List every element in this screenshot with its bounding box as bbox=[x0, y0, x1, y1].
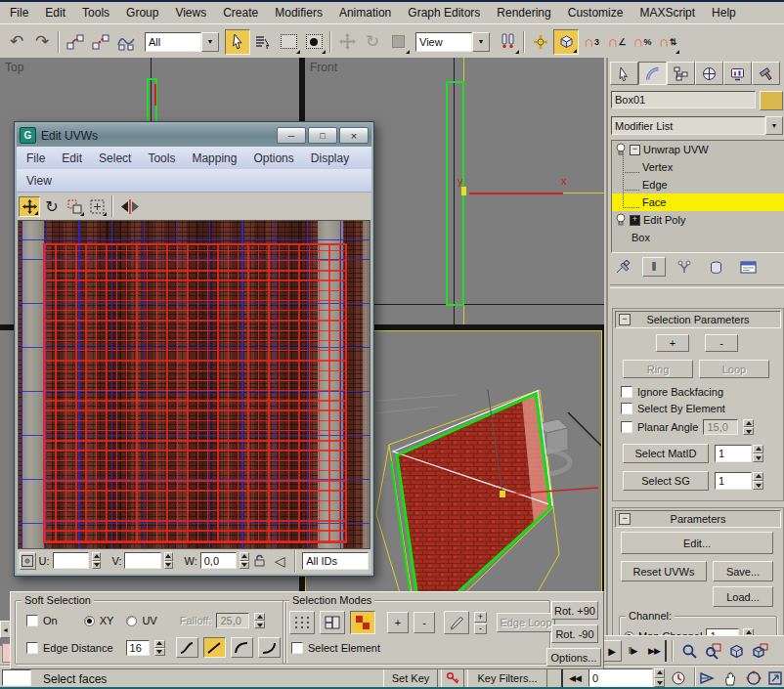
w-field[interactable]: 0,0 bbox=[200, 552, 237, 569]
go-to-end-icon[interactable]: ▶▶ bbox=[643, 640, 667, 662]
matid-field[interactable]: 1 bbox=[715, 445, 752, 462]
uv-move-button[interactable] bbox=[19, 196, 40, 217]
dlg-menu-mapping[interactable]: Mapping bbox=[192, 151, 237, 165]
maximize-icon[interactable]: □ bbox=[308, 127, 337, 144]
selected-uv-faces-grid[interactable] bbox=[43, 243, 347, 543]
menu-customize[interactable]: Customize bbox=[568, 6, 624, 20]
window-crossing-icon[interactable] bbox=[301, 29, 327, 55]
key-filters-button[interactable]: Key Filters... bbox=[467, 668, 547, 688]
dlg-menu-edit[interactable]: Edit bbox=[62, 151, 82, 165]
vertex-mode-button[interactable] bbox=[289, 611, 315, 634]
stack-row-face-selected[interactable]: Face bbox=[612, 194, 784, 211]
current-frame-field[interactable]: 0 bbox=[588, 668, 653, 687]
u-field[interactable] bbox=[53, 552, 89, 569]
all-ids-dropdown[interactable]: All IDs bbox=[302, 552, 369, 570]
next-frame-icon[interactable]: ‖▶ bbox=[624, 640, 641, 662]
set-key-button[interactable]: Set Key bbox=[383, 668, 438, 688]
planar-angle-checkbox[interactable] bbox=[621, 421, 632, 433]
dlg-menu-file[interactable]: File bbox=[26, 151, 45, 165]
zoom-extents-icon[interactable] bbox=[725, 641, 747, 661]
menu-rendering[interactable]: Rendering bbox=[497, 6, 550, 20]
sg-field[interactable]: 1 bbox=[715, 472, 752, 490]
spinner-snap-icon[interactable]: ∩⇅ bbox=[655, 29, 680, 55]
zoom-all-icon[interactable] bbox=[702, 641, 723, 661]
rollout-collapse-icon[interactable]: − bbox=[619, 314, 631, 325]
shrink-selection-button[interactable]: - bbox=[705, 334, 738, 352]
snaps-toggle-button[interactable] bbox=[553, 29, 579, 55]
paint-select-button[interactable] bbox=[444, 611, 469, 634]
v-spinner[interactable] bbox=[164, 552, 174, 569]
uv-scale-icon[interactable] bbox=[64, 196, 85, 217]
absolute-mode-button[interactable] bbox=[20, 552, 36, 570]
scale-icon[interactable] bbox=[385, 29, 411, 55]
tab-utilities[interactable] bbox=[752, 62, 780, 85]
object-color-swatch[interactable] bbox=[760, 91, 783, 110]
select-by-name-icon[interactable] bbox=[250, 29, 276, 55]
unlink-icon[interactable] bbox=[88, 29, 113, 55]
paint-size-down-button[interactable]: - bbox=[474, 624, 487, 634]
uv-freeform-icon[interactable] bbox=[86, 196, 108, 217]
visibility-bulb-icon[interactable] bbox=[615, 213, 627, 227]
select-object-button[interactable] bbox=[225, 29, 250, 55]
edge-distance-spinner[interactable] bbox=[154, 640, 165, 656]
maximize-viewport-icon[interactable] bbox=[764, 668, 784, 688]
dlg-menu-tools[interactable]: Tools bbox=[148, 151, 175, 165]
reset-uvws-button[interactable]: Reset UVWs bbox=[621, 561, 707, 581]
falloff-spinner[interactable] bbox=[254, 613, 265, 628]
go-to-start-icon[interactable]: ◀◀ bbox=[561, 669, 587, 687]
modifier-list-arrow-icon[interactable]: ▼ bbox=[765, 116, 783, 135]
auto-key-toggle-button[interactable] bbox=[441, 668, 464, 688]
make-unique-icon[interactable] bbox=[672, 257, 697, 277]
stack-row-box[interactable]: Box bbox=[612, 229, 784, 246]
falloff-curve-linear-button[interactable] bbox=[203, 637, 226, 658]
map-channel-field[interactable]: 1 bbox=[706, 628, 739, 635]
grow-selection-button[interactable]: + bbox=[656, 334, 689, 352]
selection-parameters-header[interactable]: − Selection Parameters bbox=[615, 311, 781, 328]
redo-icon[interactable]: ↷ bbox=[29, 29, 55, 55]
time-configuration-icon[interactable] bbox=[669, 668, 688, 688]
uv-rotate-icon[interactable]: ↻ bbox=[41, 196, 63, 217]
link-icon[interactable] bbox=[63, 29, 88, 55]
field-of-view-icon[interactable] bbox=[696, 668, 718, 688]
face-mode-button[interactable] bbox=[350, 611, 375, 634]
dlg-menu-select[interactable]: Select bbox=[99, 151, 131, 165]
select-and-manipulate-icon[interactable] bbox=[528, 29, 553, 55]
rotate-minus-90-button[interactable]: Rot. -90 bbox=[551, 624, 598, 643]
menu-tools[interactable]: Tools bbox=[82, 6, 109, 20]
sg-spinner[interactable] bbox=[753, 472, 763, 490]
stack-row-edit-poly[interactable]: + Edit Poly bbox=[612, 211, 784, 229]
tab-modify[interactable] bbox=[638, 62, 667, 85]
select-element-checkbox[interactable] bbox=[291, 642, 303, 654]
viewport-front-label[interactable]: Front bbox=[310, 61, 337, 74]
coord-system-arrow-icon[interactable]: ▼ bbox=[472, 32, 490, 52]
uv-editor-canvas[interactable] bbox=[18, 220, 370, 549]
tab-motion[interactable] bbox=[695, 62, 723, 85]
menu-views[interactable]: Views bbox=[175, 6, 206, 20]
viewport-top-label[interactable]: Top bbox=[5, 61, 23, 74]
selection-filter-arrow-icon[interactable]: ▼ bbox=[201, 32, 219, 52]
select-by-element-checkbox[interactable] bbox=[621, 403, 632, 414]
menu-maxscript[interactable]: MAXScript bbox=[639, 6, 695, 20]
tab-create[interactable] bbox=[610, 62, 638, 85]
options-button[interactable]: Options... bbox=[546, 648, 601, 667]
falloff-curve-smooth-button[interactable] bbox=[176, 637, 198, 658]
falloff-curve-fast-button[interactable] bbox=[258, 637, 281, 658]
bind-spacewarp-icon[interactable] bbox=[113, 29, 139, 55]
grow-uv-selection-button[interactable]: + bbox=[387, 612, 409, 633]
menu-group[interactable]: Group bbox=[126, 6, 158, 20]
menu-graph-editors[interactable]: Graph Editors bbox=[408, 6, 480, 20]
menu-file[interactable]: File bbox=[10, 6, 28, 20]
uv-mirror-icon[interactable] bbox=[117, 196, 143, 217]
rollout-collapse-icon[interactable]: − bbox=[619, 513, 631, 525]
close-icon[interactable]: × bbox=[339, 127, 369, 144]
edit-uvws-button[interactable]: Edit... bbox=[621, 532, 773, 554]
xy-radio[interactable] bbox=[84, 616, 95, 626]
uv-radio[interactable] bbox=[126, 616, 137, 626]
loop-button[interactable]: Loop bbox=[699, 360, 769, 378]
w-spinner[interactable] bbox=[240, 552, 249, 569]
dlg-menu-options[interactable]: Options bbox=[253, 151, 293, 165]
paint-size-up-button[interactable]: + bbox=[474, 612, 487, 623]
angle-snap-3-icon[interactable]: ∩3 bbox=[579, 29, 604, 55]
use-pivot-center-icon[interactable] bbox=[495, 29, 520, 55]
lock-selection-icon[interactable] bbox=[252, 554, 268, 567]
